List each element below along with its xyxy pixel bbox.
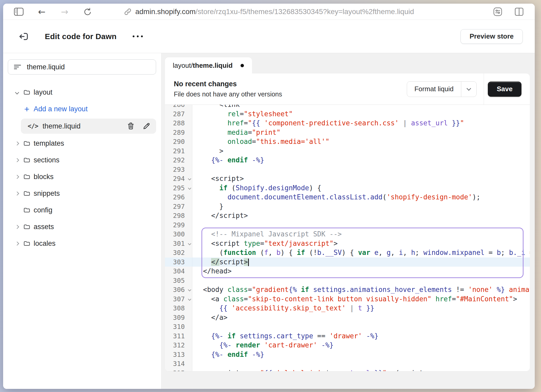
split-view-icon[interactable]	[513, 7, 525, 17]
line-number: 303	[165, 258, 192, 267]
chevron-right-icon[interactable]	[13, 175, 21, 178]
search-input[interactable]	[27, 63, 150, 71]
file-tree: layout+Add a new layout</>theme.liquidte…	[8, 84, 156, 252]
status-subtitle: File does not have any other versions	[174, 90, 282, 98]
code-line-302[interactable]: 302 (function (f, b) { if (!b.__SV) { va…	[165, 248, 530, 258]
fold-chevron-icon[interactable]	[188, 186, 191, 190]
code-line-307[interactable]: 307 <a class="skip-to-content-link butto…	[165, 295, 530, 304]
line-number: 305	[165, 276, 192, 285]
sidebar-item-blocks[interactable]: blocks	[8, 168, 156, 185]
header-divider	[484, 74, 484, 105]
sidebar-item-snippets[interactable]: snippets	[8, 185, 156, 202]
sidebar-toggle-icon[interactable]	[13, 7, 24, 17]
code-line-298[interactable]: 298 </script>	[165, 211, 530, 220]
code-line-314[interactable]: 314	[165, 359, 530, 369]
code-line-304[interactable]: 304</head>	[165, 267, 530, 276]
page-settings-icon[interactable]	[492, 7, 503, 17]
sidebar-item-assets[interactable]: assets	[8, 218, 156, 235]
link-icon	[124, 8, 132, 16]
sidebar-item-locales[interactable]: locales	[8, 235, 156, 252]
reload-icon[interactable]	[82, 7, 93, 17]
code-line-309[interactable]: 309 </a>	[165, 313, 530, 322]
folder-label: blocks	[34, 173, 54, 181]
code-line-299[interactable]: 299	[165, 220, 530, 230]
code-line-291[interactable]: 291 >	[165, 146, 530, 156]
code-line-287[interactable]: 287 rel="stylesheet"	[165, 109, 530, 119]
edit-icon[interactable]	[143, 122, 150, 130]
code-line-313[interactable]: 313 {%- endif -%}	[165, 350, 530, 359]
file-search-box[interactable]	[8, 59, 156, 75]
code-line-294[interactable]: 294 <script>	[165, 174, 530, 183]
folder-icon	[23, 240, 31, 247]
code-line-315[interactable]: 315 <script src="{{ 'global.js' | asset_…	[165, 369, 530, 371]
code-line-310[interactable]: 310	[165, 322, 530, 332]
code-editor[interactable]: 286 <link287 rel="stylesheet"288 href="{…	[165, 105, 530, 371]
address-bar[interactable]: admin.shopify.com/store/rzq1xu-f5/themes…	[124, 4, 414, 20]
editor-card: No recent changes File does not have any…	[165, 74, 530, 371]
sidebar-item-layout[interactable]: layout	[8, 84, 156, 101]
code-text: onload="this.media='all'"	[192, 137, 530, 146]
fold-chevron-icon[interactable]	[188, 242, 191, 245]
code-line-295[interactable]: 295 if (Shopify.designMode) {	[165, 183, 530, 193]
folder-label: templates	[34, 139, 64, 148]
code-line-286[interactable]: 286 <link	[165, 105, 530, 109]
line-number: 287	[165, 109, 192, 119]
sidebar-item-theme-liquid[interactable]: </>theme.liquid	[8, 118, 156, 134]
line-number: 300	[165, 230, 192, 239]
code-line-312[interactable]: 312 {%- render 'cart-drawer' -%}	[165, 341, 530, 350]
line-number: 293	[165, 165, 192, 174]
format-options-chevron-icon[interactable]	[461, 82, 476, 97]
fold-chevron-icon[interactable]	[188, 288, 191, 291]
code-text	[192, 322, 530, 332]
delete-icon[interactable]	[127, 122, 135, 130]
format-liquid-label: Format liquid	[407, 82, 461, 97]
code-line-293[interactable]: 293	[165, 165, 530, 174]
format-liquid-button[interactable]: Format liquid	[407, 81, 477, 97]
exit-icon[interactable]	[17, 30, 30, 43]
code-text: <link	[192, 105, 530, 109]
code-line-303[interactable]: 303 </script>	[165, 258, 530, 267]
code-text: {%- render 'cart-drawer' -%}	[192, 341, 530, 350]
chevron-right-icon[interactable]	[13, 142, 21, 145]
code-line-290[interactable]: 290 onload="this.media='all'"	[165, 137, 530, 146]
code-line-300[interactable]: 300 <!-- Mixpanel Javascript SDK -->	[165, 230, 530, 239]
line-number: 313	[165, 350, 192, 359]
more-actions-icon[interactable]	[130, 33, 145, 40]
code-line-296[interactable]: 296 document.documentElement.classList.a…	[165, 193, 530, 202]
forward-icon[interactable]: →	[59, 7, 70, 17]
code-line-289[interactable]: 289 media="print"	[165, 128, 530, 137]
code-line-292[interactable]: 292 {%- endif -%}	[165, 156, 530, 165]
save-button[interactable]: Save	[488, 82, 521, 97]
tab-path-prefix: layout/	[173, 62, 193, 70]
fold-chevron-icon[interactable]	[188, 297, 191, 301]
fold-chevron-icon[interactable]	[188, 177, 191, 180]
chevron-right-icon[interactable]	[13, 192, 21, 195]
code-line-308[interactable]: 308 {{ 'accessibility.skip_to_text' | t …	[165, 304, 530, 313]
code-text: <script src="{{ 'global.js' | asset_url …	[192, 369, 530, 371]
back-icon[interactable]: ←	[36, 7, 47, 17]
folder-label: locales	[34, 240, 56, 248]
code-line-288[interactable]: 288 href="{{ 'component-predictive-searc…	[165, 119, 530, 128]
code-text: </a>	[192, 313, 530, 322]
code-line-311[interactable]: 311 {%- if settings.cart_type == 'drawer…	[165, 332, 530, 341]
sidebar-item-add-a-new-layout[interactable]: +Add a new layout	[8, 101, 156, 117]
code-line-306[interactable]: 306<body class="gradient{% if settings.a…	[165, 285, 530, 295]
code-text: <body class="gradient{% if settings.anim…	[192, 285, 530, 295]
line-number: 307	[165, 295, 192, 304]
sidebar-item-config[interactable]: config	[8, 202, 156, 218]
preview-store-button[interactable]: Preview store	[460, 29, 523, 44]
code-text	[192, 276, 530, 285]
code-text: media="print"	[192, 128, 530, 137]
chevron-right-icon[interactable]	[13, 159, 21, 162]
line-number: 297	[165, 202, 192, 211]
code-line-297[interactable]: 297 }	[165, 202, 530, 211]
chevron-right-icon[interactable]	[13, 225, 21, 228]
code-line-301[interactable]: 301 <script type="text/javascript">	[165, 239, 530, 248]
line-number: 301	[165, 239, 192, 248]
sidebar-item-templates[interactable]: templates	[8, 135, 156, 152]
chevron-right-icon[interactable]	[13, 242, 21, 245]
tab-theme-liquid[interactable]: layout/theme.liquid	[165, 57, 252, 74]
chevron-down-icon[interactable]	[13, 91, 21, 94]
sidebar-item-sections[interactable]: sections	[8, 152, 156, 168]
code-line-305[interactable]: 305	[165, 276, 530, 285]
